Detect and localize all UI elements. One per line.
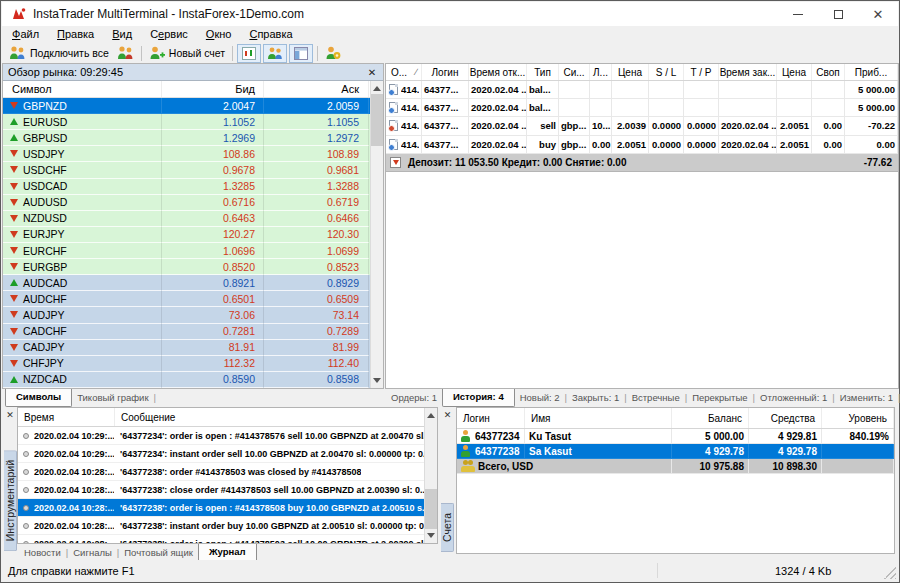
market-watch-tab-2[interactable]: Тиковый график <box>72 390 153 406</box>
market-watch-row-CADCHF[interactable]: CADCHF0.72810.7289 <box>3 324 383 340</box>
menu-Справка[interactable]: Справка <box>240 27 301 42</box>
market-watch-row-NZDCAD[interactable]: NZDCAD0.85900.8598 <box>3 372 383 388</box>
orders-col-3[interactable]: Тип <box>527 64 559 80</box>
market-watch-row-EURGBP[interactable]: EURGBP0.85200.8523 <box>3 259 383 275</box>
market-watch-row-GBPUSD[interactable]: GBPUSD1.29691.2972 <box>3 130 383 146</box>
market-watch-row-USDJPY[interactable]: USDJPY108.86108.89 <box>3 146 383 162</box>
scroll-down-icon[interactable] <box>373 378 381 383</box>
market-watch-tab-1[interactable]: Символы <box>5 389 72 407</box>
journal-scrollbar[interactable] <box>424 408 437 543</box>
journal-row-7[interactable]: 2020.02.04 10:28:...'64377238': order is… <box>18 535 437 544</box>
scroll-up-icon[interactable] <box>373 86 381 91</box>
new-account-button[interactable]: Новый счет <box>145 43 229 63</box>
toggle-accounts-button[interactable] <box>263 44 287 63</box>
orders-tab-5[interactable]: Встречные <box>627 390 685 406</box>
toggle-toolbox-button[interactable] <box>289 44 313 63</box>
accounts-close-icon[interactable]: ✕ <box>444 410 452 420</box>
scroll-up-icon[interactable] <box>427 413 435 418</box>
market-watch-row-EURCHF[interactable]: EURCHF1.06961.0699 <box>3 243 383 259</box>
bid-cell: 0.7281 <box>162 324 264 340</box>
toolbox-side-label[interactable]: Инструментарий <box>4 450 17 551</box>
account-row-64377238[interactable]: 64377238Sa Kasut4 929.784 929.78 <box>457 444 894 459</box>
orders-col-10[interactable]: Цена <box>777 64 812 80</box>
orders-col-8[interactable]: T / P <box>684 64 719 80</box>
scroll-thumb[interactable] <box>425 489 438 529</box>
toggle-market-watch-button[interactable] <box>237 44 261 63</box>
resize-grip[interactable] <box>884 567 896 579</box>
market-watch-row-EURUSD[interactable]: EURUSD1.10521.1055 <box>3 114 383 130</box>
journal-tab-3[interactable]: Почтовый ящик <box>119 545 198 561</box>
orders-col-7[interactable]: S / L <box>649 64 684 80</box>
market-watch-scrollbar[interactable] <box>370 81 383 388</box>
toolbox-close-icon[interactable]: ✕ <box>6 410 14 420</box>
scroll-down-icon[interactable] <box>427 533 435 538</box>
orders-tab-7[interactable]: Отложенный: 1 <box>755 390 832 406</box>
options-button[interactable] <box>321 43 345 63</box>
orders-tab-4[interactable]: Закрыть: 1 <box>567 390 624 406</box>
orders-col-4[interactable]: Си... <box>559 64 590 80</box>
orders-tab-2[interactable]: История: 4 <box>442 389 515 407</box>
market-watch-row-CADJPY[interactable]: CADJPY81.9181.99 <box>3 340 383 356</box>
orders-tab-8[interactable]: Изменить: 1 <box>835 390 898 406</box>
journal-tab-1[interactable]: Новости <box>19 545 66 561</box>
market-watch-row-USDCHF[interactable]: USDCHF0.96780.9681 <box>3 162 383 178</box>
orders-col-11[interactable]: Своп <box>812 64 845 80</box>
scroll-thumb[interactable] <box>371 94 384 146</box>
orders-col-5[interactable]: Л... <box>590 64 612 80</box>
menu-Файл[interactable]: Файл <box>3 27 48 42</box>
market-watch-row-AUDUSD[interactable]: AUDUSD0.67160.6719 <box>3 195 383 211</box>
order-row-3[interactable]: 414...64377...2020.02.04 ...buygbp...0.0… <box>386 136 898 154</box>
menu-Правка[interactable]: Правка <box>48 27 103 42</box>
menu-Сервис[interactable]: Сервис <box>141 27 197 42</box>
menu-Окно[interactable]: Окно <box>197 27 241 42</box>
journal-row-1[interactable]: 2020.02.04 10:29:...'64377234': order is… <box>18 427 437 445</box>
disconnect-all-button[interactable] <box>113 43 138 63</box>
orders-tab-3[interactable]: Новый: 2 <box>515 390 565 406</box>
accounts-col-Средства[interactable]: Средства <box>749 408 822 428</box>
minimize-button[interactable] <box>778 2 818 26</box>
journal-row-2[interactable]: 2020.02.04 10:29:...'64377234': instant … <box>18 445 437 463</box>
order-cell: buy <box>527 136 559 154</box>
market-watch-row-USDCAD[interactable]: USDCAD1.32851.3288 <box>3 179 383 195</box>
orders-col-12[interactable]: Приб... <box>845 64 898 80</box>
journal-row-3[interactable]: 2020.02.04 10:28:...'64377238': order #4… <box>18 463 437 481</box>
accounts-col-Уровень[interactable]: Уровень <box>822 408 894 428</box>
orders-col-9[interactable]: Время зак... <box>719 64 777 80</box>
orders-tab-1[interactable]: Ордеры: 1 <box>386 390 442 406</box>
market-watch-row-NZDUSD[interactable]: NZDUSD0.64630.6466 <box>3 211 383 227</box>
close-button[interactable]: ✕ <box>858 2 898 26</box>
market-watch-row-AUDCHF[interactable]: AUDCHF0.65010.6509 <box>3 291 383 307</box>
maximize-button[interactable] <box>818 2 858 26</box>
accounts-col-Имя[interactable]: Имя <box>525 408 672 428</box>
market-watch-row-AUDJPY[interactable]: AUDJPY73.0673.14 <box>3 307 383 323</box>
orders-col-0[interactable]: О...∕ <box>386 64 422 80</box>
order-row-1[interactable]: 414...64377...2020.02.04 ...bal...5 000.… <box>386 99 898 117</box>
orders-col-2[interactable]: Время отк... <box>469 64 527 80</box>
market-watch-close-icon[interactable]: ✕ <box>366 67 378 78</box>
market-watch-row-CHFJPY[interactable]: CHFJPY112.32112.40 <box>3 356 383 372</box>
market-watch-row-EURJPY[interactable]: EURJPY120.27120.30 <box>3 227 383 243</box>
order-row-0[interactable]: 414...64377...2020.02.04 ...bal...5 000.… <box>386 81 898 99</box>
journal-row-6[interactable]: 2020.02.04 10:28:...'64377238': instant … <box>18 517 437 535</box>
menu-Вид[interactable]: Вид <box>103 27 141 42</box>
orders-tab-6[interactable]: Перекрытые <box>687 390 752 406</box>
journal-col-message[interactable]: Сообщение <box>115 408 437 426</box>
market-watch-col-Символ[interactable]: Символ <box>3 81 162 97</box>
account-row-64377234[interactable]: 64377234Ku Tasut5 000.004 929.81840.19% <box>457 429 894 444</box>
market-watch-row-GBPNZD[interactable]: GBPNZD2.00472.0059 <box>3 98 383 114</box>
accounts-col-Баланс[interactable]: Баланс <box>672 408 749 428</box>
journal-col-time[interactable]: Время <box>18 408 115 426</box>
order-row-2[interactable]: 414...64377...2020.02.04 ...sellgbp...10… <box>386 117 898 135</box>
market-watch-col-Бид[interactable]: Бид <box>162 81 264 97</box>
journal-row-5[interactable]: 2020.02.04 10:28:...'64377238': order is… <box>18 499 437 517</box>
orders-col-6[interactable]: Цена <box>612 64 649 80</box>
ask-cell: 0.6466 <box>264 211 369 227</box>
market-watch-row-AUDCAD[interactable]: AUDCAD0.89210.8929 <box>3 275 383 291</box>
journal-tab-2[interactable]: Сигналы <box>68 545 117 561</box>
journal-row-4[interactable]: 2020.02.04 10:28:...'64377238': close or… <box>18 481 437 499</box>
market-watch-col-Аск[interactable]: Аск <box>264 81 369 97</box>
orders-col-1[interactable]: Логин <box>422 64 469 80</box>
accounts-col-Логин[interactable]: Логин <box>457 408 525 428</box>
connect-all-button[interactable]: Подключить все <box>5 43 113 63</box>
accounts-side-label[interactable]: Счета <box>441 503 454 552</box>
